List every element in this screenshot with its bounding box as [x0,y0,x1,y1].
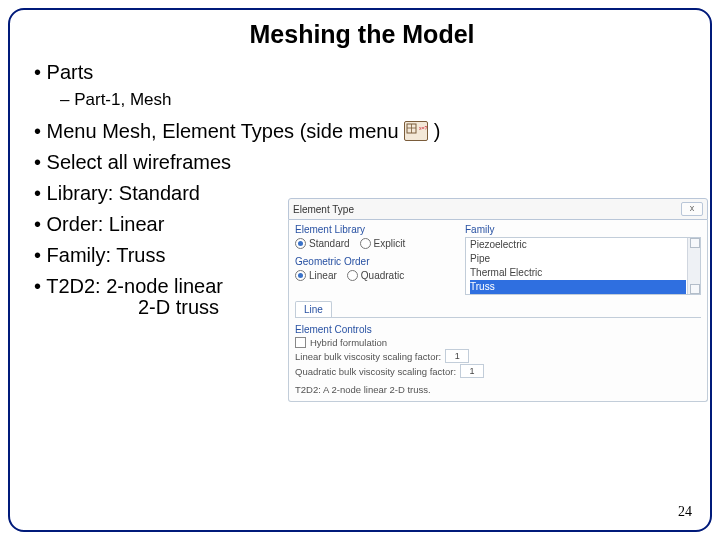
bullet-parts: Parts [34,61,690,84]
element-type-icon: x=? [404,121,428,141]
slide-title: Meshing the Model [34,20,690,49]
element-controls-label: Element Controls [295,324,701,335]
close-icon[interactable]: x [681,202,703,216]
family-item-selected[interactable]: Truss [470,280,686,294]
bullet-menu-mesh: Menu Mesh, Element Types (side menu x=? … [34,120,690,143]
quadratic-bulk-input[interactable]: 1 [460,364,484,378]
radio-label: Explicit [374,238,406,249]
slide-frame: Meshing the Model Parts Part-1, Mesh Men… [8,8,712,532]
element-controls: Element Controls Hybrid formulation Line… [295,324,701,378]
element-library-label: Element Library [295,224,445,235]
bullet-text: Part-1, Mesh [74,90,171,109]
bullet-text: Menu Mesh, Element Types (side menu [47,120,405,142]
row-linear-bulk: Linear bulk viscosity scaling factor: 1 [295,349,701,363]
family-item[interactable]: Pipe [470,252,686,266]
bullet-text: T2D2: 2-node linear [46,275,223,297]
family-item[interactable]: Piezoelectric [470,238,686,252]
linear-bulk-input[interactable]: 1 [445,349,469,363]
family-label: Family [465,224,701,235]
bullet-text: Family: Truss [47,244,166,266]
bullet-text: Select all wireframes [47,151,232,173]
radio-quadratic[interactable]: Quadratic [347,270,404,281]
bullet-text: Parts [47,61,94,83]
dialog-titlebar: Element Type x [288,198,708,220]
radio-label: Standard [309,238,350,249]
radio-explicit[interactable]: Explicit [360,238,406,249]
dialog-title-text: Element Type [293,204,354,215]
row-quadratic-bulk: Quadratic bulk viscosity scaling factor:… [295,364,701,378]
subbullet-part1-mesh: Part-1, Mesh [60,90,690,110]
page-number: 24 [678,504,692,520]
scrollbar[interactable] [687,238,700,294]
geometric-order-label: Geometric Order [295,256,445,267]
svg-text:x=?: x=? [419,125,427,131]
element-type-dialog: Element Type x Element Library Standard … [288,198,708,400]
bullet-text: Library: Standard [47,182,200,204]
radio-label: Quadratic [361,270,404,281]
dialog-footer-text: T2D2: A 2-node linear 2-D truss. [295,384,701,395]
tab-bar: Line [295,301,701,318]
tab-line[interactable]: Line [295,301,332,317]
checkbox-hybrid[interactable]: Hybrid formulation [295,337,701,348]
dialog-body: Element Library Standard Explicit Geomet… [288,220,708,402]
radio-label: Linear [309,270,337,281]
radio-linear[interactable]: Linear [295,270,337,281]
bullet-select-wireframes: Select all wireframes [34,151,690,174]
family-listbox[interactable]: Piezoelectric Pipe Thermal Electric Trus… [465,237,701,295]
field-label: Linear bulk viscosity scaling factor: [295,351,441,362]
bullet-text: ) [434,120,441,142]
family-item[interactable]: Thermal Electric [470,266,686,280]
radio-standard[interactable]: Standard [295,238,350,249]
field-label: Quadratic bulk viscosity scaling factor: [295,366,456,377]
checkbox-label: Hybrid formulation [310,337,387,348]
bullet-text: Order: Linear [47,213,165,235]
